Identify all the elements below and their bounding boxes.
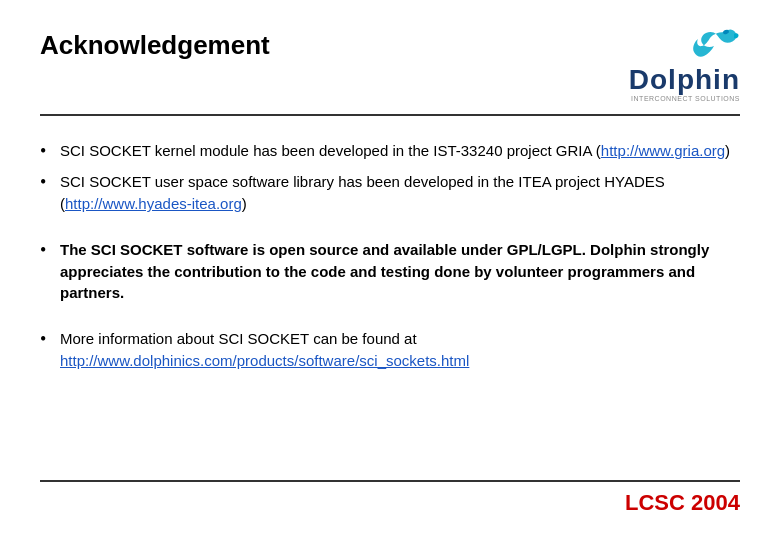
bullet-text-4: More information about SCI SOCKET can be… [60, 328, 469, 372]
slide: Acknowledgement Dolphin INTERCONNECT SOL… [0, 0, 780, 540]
list-item: • SCI SOCKET kernel module has been deve… [40, 140, 740, 163]
bullet-group-1: • SCI SOCKET kernel module has been deve… [40, 140, 740, 223]
dolphin-logo: Dolphin INTERCONNECT SOLUTIONS [595, 24, 740, 104]
logo-area: Dolphin INTERCONNECT SOLUTIONS [595, 24, 740, 104]
slide-content: • SCI SOCKET kernel module has been deve… [40, 140, 740, 480]
slide-title: Acknowledgement [40, 24, 270, 61]
list-item: • More information about SCI SOCKET can … [40, 328, 740, 372]
footer-label: LCSC 2004 [625, 490, 740, 516]
bullet-dot: • [40, 328, 60, 351]
brand-name: Dolphin [629, 64, 740, 96]
bullet-text-1: SCI SOCKET kernel module has been develo… [60, 140, 730, 162]
slide-header: Acknowledgement Dolphin INTERCONNECT SOL… [40, 24, 740, 116]
bullet-dot: • [40, 140, 60, 163]
bullet-group-3: • More information about SCI SOCKET can … [40, 328, 740, 380]
bullet-group-2: • The SCI SOCKET software is open source… [40, 239, 740, 312]
slide-footer: LCSC 2004 [40, 480, 740, 516]
bullet-text-3: The SCI SOCKET software is open source a… [60, 239, 740, 304]
bullet-text-2: SCI SOCKET user space software library h… [60, 171, 740, 215]
link-hyades[interactable]: http://www.hyades-itea.org [65, 195, 242, 212]
brand-subtitle: INTERCONNECT SOLUTIONS [595, 95, 740, 102]
link-gria[interactable]: http://www.gria.org [601, 142, 725, 159]
bullet-dot: • [40, 239, 60, 262]
bullet-dot: • [40, 171, 60, 194]
list-item: • The SCI SOCKET software is open source… [40, 239, 740, 304]
link-dolphinics[interactable]: http://www.dolphinics.com/products/softw… [60, 352, 469, 369]
list-item: • SCI SOCKET user space software library… [40, 171, 740, 215]
